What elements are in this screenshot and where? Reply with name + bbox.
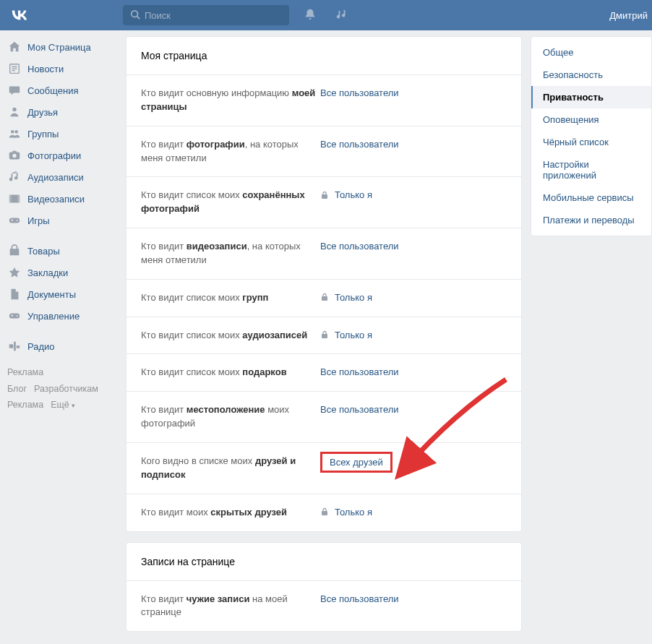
nav-item-games[interactable]: Игры	[3, 210, 121, 231]
privacy-value[interactable]: Все пользователи	[320, 138, 399, 150]
settings-tab[interactable]: Чёрный список	[531, 131, 651, 153]
lock-icon	[320, 330, 329, 339]
games-icon	[7, 309, 22, 323]
settings-tab[interactable]: Оповещения	[531, 108, 651, 131]
home-icon	[7, 40, 22, 54]
privacy-value[interactable]: Все пользователи	[320, 240, 399, 252]
nav-item-home[interactable]: Моя Страница	[3, 36, 121, 58]
privacy-label: Кого видно в списке моих друзей и подпис…	[141, 455, 320, 482]
nav-item-friends[interactable]: Друзья	[3, 101, 121, 123]
footer-link[interactable]: Реклама	[7, 400, 43, 410]
nav-label: Закладки	[27, 267, 68, 278]
nav-item-photo[interactable]: Фотографии	[3, 145, 121, 166]
privacy-value[interactable]: Все пользователи	[320, 593, 399, 604]
svg-rect-21	[17, 345, 20, 348]
settings-tab[interactable]: Настройки приложений	[531, 153, 651, 186]
nav-label: Сообщения	[27, 85, 79, 96]
nav-label: Управление	[27, 311, 80, 322]
svg-rect-25	[322, 511, 327, 515]
svg-rect-20	[14, 342, 16, 351]
search-input[interactable]	[145, 10, 282, 21]
bell-icon[interactable]	[304, 8, 317, 23]
nav-item-video[interactable]: Видеозаписи	[3, 188, 121, 210]
nav-item-games[interactable]: Управление	[3, 305, 121, 327]
privacy-label: Кто видит фотографии, на которых меня от…	[141, 138, 320, 166]
footer-more-link[interactable]: Ещё ▾	[51, 400, 75, 410]
left-sidebar: Моя СтраницаНовостиСообщенияДрузьяГруппы…	[0, 36, 121, 642]
privacy-label: Кто видит моих скрытых друзей	[141, 506, 320, 520]
lock-icon	[320, 191, 329, 199]
chevron-down-icon: ▾	[72, 402, 75, 409]
svg-rect-23	[322, 296, 327, 301]
svg-point-18	[17, 315, 18, 317]
nav-label: Товары	[27, 246, 60, 257]
nav-label: Видеозаписи	[27, 194, 85, 205]
search-box[interactable]	[123, 5, 289, 25]
svg-point-7	[11, 130, 14, 134]
games-icon	[7, 213, 22, 228]
nav-item-groups[interactable]: Группы	[3, 123, 121, 145]
privacy-value[interactable]: Только я	[320, 506, 372, 518]
video-icon	[7, 192, 22, 206]
settings-tab[interactable]: Приватность	[531, 86, 651, 108]
nav-label: Группы	[27, 129, 59, 139]
svg-line-1	[137, 16, 140, 19]
privacy-label: Кто видит список моих аудиозаписей	[141, 329, 320, 343]
footer-link[interactable]: Реклама	[7, 367, 43, 377]
nav-item-news[interactable]: Новости	[3, 58, 121, 80]
panel-title: Записи на странице	[126, 543, 521, 581]
privacy-value[interactable]: Все пользователи	[320, 87, 399, 98]
privacy-row: Кто видит видеозаписи, на которых меня о…	[126, 228, 521, 280]
nav-item-msg[interactable]: Сообщения	[3, 80, 121, 101]
nav-item-docs[interactable]: Документы	[3, 283, 121, 305]
privacy-value[interactable]: Только я	[320, 329, 372, 340]
svg-rect-15	[9, 218, 20, 223]
privacy-value[interactable]: Все пользователи	[320, 403, 399, 415]
privacy-label: Кто видит список моих подарков	[141, 366, 320, 379]
news-icon	[7, 61, 22, 76]
nav-item-radio[interactable]: Радио	[3, 335, 121, 357]
market-icon	[7, 244, 22, 258]
privacy-label: Кто видит видеозаписи, на которых меня о…	[141, 240, 320, 267]
nav-label: Новости	[27, 64, 64, 74]
topbar: Дмитрий	[0, 0, 652, 30]
nav-item-audio[interactable]: Аудиозаписи	[3, 166, 121, 188]
nav-item-bookmark[interactable]: Закладки	[3, 262, 121, 283]
privacy-row: Кто видит фотографии, на которых меня от…	[126, 126, 521, 178]
settings-tab[interactable]: Общее	[531, 41, 651, 64]
username[interactable]: Дмитрий	[609, 10, 648, 21]
vk-logo[interactable]	[10, 7, 29, 24]
privacy-label: Кто видит список моих сохранённых фотогр…	[141, 189, 320, 216]
privacy-value[interactable]: Всех друзей	[320, 452, 393, 473]
svg-point-0	[132, 10, 138, 17]
privacy-label: Кто видит основную информацию моей стран…	[141, 87, 320, 114]
lock-icon	[320, 293, 329, 301]
settings-tab[interactable]: Мобильные сервисы	[531, 186, 651, 209]
svg-point-8	[14, 130, 18, 134]
svg-rect-13	[9, 195, 12, 203]
privacy-row: Кого видно в списке моих друзей и подпис…	[126, 443, 521, 494]
right-sidebar: ОбщееБезопасностьПриватностьОповещенияЧё…	[531, 36, 652, 642]
settings-tab[interactable]: Платежи и переводы	[531, 209, 651, 231]
privacy-row: Кто видит основную информацию моей стран…	[126, 75, 521, 126]
privacy-value[interactable]: Только я	[320, 291, 372, 303]
footer-link[interactable]: Блог	[7, 384, 27, 394]
radio-icon	[7, 339, 22, 353]
privacy-row: Кто видит список моих аудиозаписейТолько…	[126, 317, 521, 355]
svg-point-10	[12, 154, 16, 158]
privacy-row: Кто видит список моих подарковВсе пользо…	[126, 354, 521, 392]
settings-tab[interactable]: Безопасность	[531, 64, 651, 86]
svg-rect-14	[18, 195, 20, 203]
footer-link[interactable]: Разработчикам	[34, 384, 98, 394]
music-icon[interactable]	[335, 8, 348, 23]
photo-icon	[7, 148, 22, 163]
privacy-value[interactable]: Только я	[320, 189, 372, 200]
nav-label: Игры	[27, 215, 50, 226]
privacy-value[interactable]: Все пользователи	[320, 366, 399, 377]
svg-point-6	[12, 108, 16, 111]
nav-item-market[interactable]: Товары	[3, 240, 121, 262]
svg-point-16	[17, 220, 18, 221]
docs-icon	[7, 287, 22, 301]
nav-label: Фотографии	[27, 150, 81, 161]
privacy-row: Кто видит список моих сохранённых фотогр…	[126, 177, 521, 228]
